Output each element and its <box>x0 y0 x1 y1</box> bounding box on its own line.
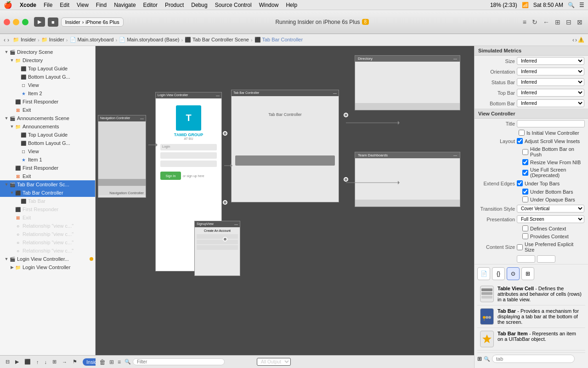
toggle-assistant-button[interactable]: ⊟ <box>564 17 573 28</box>
is-initial-checkbox[interactable] <box>519 130 525 136</box>
menu-product[interactable]: Product <box>165 2 184 8</box>
tree-item-top-layout[interactable]: ⬛ Top Layout Guide <box>0 64 95 73</box>
transition-style-select[interactable]: Cover Vertical <box>517 205 584 213</box>
canvas-area[interactable]: Directory — Navigation Controller — Navi… <box>96 46 474 368</box>
toggle-layout-button[interactable]: ⊞ <box>553 17 562 28</box>
menu-navigate[interactable]: Navigate <box>114 2 136 8</box>
bt-flag-button[interactable]: ⚑ <box>71 358 79 366</box>
resize-nib-checkbox[interactable] <box>522 159 528 165</box>
menu-editor[interactable]: Editor <box>143 2 158 8</box>
tree-item-view[interactable]: □ View <box>0 81 95 89</box>
list-icon[interactable]: ☰ <box>579 2 584 8</box>
stop-button[interactable]: ■ <box>48 17 58 27</box>
width-input[interactable]: 600 <box>517 255 535 263</box>
tree-item-top-layout2[interactable]: ⬛ Top Layout Guide <box>0 131 95 139</box>
menu-source-control[interactable]: Source Control <box>215 2 252 8</box>
orientation-select[interactable]: Inferred <box>517 68 584 75</box>
bt-layout-button[interactable]: ⊞ <box>51 358 58 366</box>
height-input[interactable]: 600 <box>537 255 555 263</box>
status-bar-select[interactable]: Inferred <box>517 78 584 86</box>
refresh-button[interactable]: ↻ <box>530 17 539 28</box>
defines-context-checkbox[interactable] <box>522 225 528 231</box>
tree-item-rel4[interactable]: ○ Relationship "view c..." <box>0 247 95 255</box>
tree-item-announcements[interactable]: ▼ 📁 Announcements <box>0 122 95 131</box>
file-icon-button[interactable]: 📄 <box>477 267 490 280</box>
under-top-bars-checkbox[interactable] <box>517 180 523 186</box>
tree-item-view2[interactable]: □ View <box>0 147 95 155</box>
tree-item-exit[interactable]: ⊠ Exit <box>0 106 95 114</box>
object-icon-button[interactable]: ⊙ <box>507 267 520 280</box>
menu-debug[interactable]: Debug <box>191 2 207 8</box>
output-selector[interactable]: All Output <box>257 358 291 366</box>
menu-help[interactable]: Help <box>286 2 297 8</box>
bt-toggle-button[interactable]: ⊟ <box>4 358 11 366</box>
nav-forward-button[interactable]: › <box>7 37 9 43</box>
maximize-window-button[interactable] <box>22 19 28 25</box>
list-view-button[interactable]: ≡ <box>118 359 121 365</box>
object-search-input[interactable] <box>492 355 575 363</box>
run-button[interactable]: ▶ <box>34 17 45 27</box>
provides-context-checkbox[interactable] <box>522 233 528 239</box>
bt-step2-button[interactable]: ↑ <box>34 358 41 366</box>
tree-item-item1[interactable]: ★ Item 1 <box>0 155 95 164</box>
grid-view-button[interactable]: ⊞ <box>109 359 114 365</box>
search-icon[interactable]: 🔍 <box>568 2 575 8</box>
bc-tabbar-scene[interactable]: ⬛ Tab Bar Controller Scene <box>185 37 249 43</box>
menu-view[interactable]: View <box>77 2 89 8</box>
use-preferred-checkbox[interactable] <box>517 244 523 250</box>
toggle-navigator-button[interactable]: ≡ <box>521 17 528 28</box>
code-icon-button[interactable]: {} <box>492 267 505 280</box>
menu-find[interactable]: Find <box>96 2 107 8</box>
presentation-select[interactable]: Full Screen <box>517 215 584 223</box>
top-bar-select[interactable]: Inferred <box>517 89 584 97</box>
tree-item-first-responder[interactable]: ⬛ First Responder <box>0 98 95 106</box>
toggle-inspector-button[interactable]: ⊠ <box>575 17 584 28</box>
trash-button[interactable]: 🗑 <box>99 358 106 366</box>
menu-file[interactable]: File <box>44 2 52 8</box>
menu-window[interactable]: Window <box>259 2 279 8</box>
under-bottom-bars-checkbox[interactable] <box>522 189 528 195</box>
tree-item-rel1[interactable]: ○ Relationship "view c..." <box>0 222 95 230</box>
tree-item-responder3[interactable]: ⬛ First Responder <box>0 205 95 213</box>
bc-next-button[interactable]: › <box>575 37 577 43</box>
bt-run-button[interactable]: ▶ <box>13 358 21 366</box>
tree-item-directory-scene[interactable]: ▼ 🎬 Directory Scene <box>0 48 95 56</box>
bc-prev-button[interactable]: ‹ <box>572 37 574 43</box>
scheme-selector[interactable]: Insider › iPhone 6s Plus <box>61 17 124 27</box>
under-opaque-checkbox[interactable] <box>522 196 528 202</box>
bc-tabbar-controller[interactable]: ⬛ Tab Bar Controller <box>254 37 303 43</box>
menu-xcode[interactable]: Xcode <box>20 2 36 8</box>
tree-item-item2[interactable]: ★ Item 2 <box>0 89 95 98</box>
bc-insider[interactable]: 📁 Insider <box>13 37 36 43</box>
tree-item-responder2[interactable]: ⬛ First Responder <box>0 164 95 172</box>
tree-item-exit2[interactable]: ⊠ Exit <box>0 172 95 180</box>
bt-step3-button[interactable]: ↓ <box>43 358 49 366</box>
title-input[interactable] <box>517 120 585 127</box>
hide-bottom-checkbox[interactable] <box>522 149 528 155</box>
tree-item-login-controller[interactable]: ▶ 📁 Login View Controller <box>0 263 95 271</box>
adjust-scroll-checkbox[interactable] <box>517 138 523 144</box>
size-select[interactable]: Inferred <box>517 57 584 65</box>
tree-item-directory[interactable]: ▼ 📁 Directory <box>0 56 95 64</box>
media-icon-button[interactable]: ⊞ <box>521 267 534 280</box>
bc-mainstoryboard-base[interactable]: 📄 Main.storyboard (Base) <box>119 37 179 43</box>
apple-menu[interactable]: 🍎 <box>4 1 12 9</box>
warning-badge[interactable]: 8 <box>362 19 369 25</box>
bottom-bar-select[interactable]: Inferred <box>517 99 584 107</box>
tree-item-login-scene[interactable]: ▼ 🎬 Login View Controller... <box>0 255 95 263</box>
back-button[interactable]: ← <box>541 17 551 28</box>
menu-edit[interactable]: Edit <box>60 2 69 8</box>
bc-insider2[interactable]: 📁 Insider <box>41 37 64 43</box>
full-screen-checkbox[interactable] <box>522 170 528 176</box>
tree-item-tabbar-controller[interactable]: ▼ ⬛ Tab Bar Controller <box>0 189 95 197</box>
tree-item-announcements-scene[interactable]: ▼ 🎬 Announcements Scene <box>0 114 95 122</box>
tree-item-rel2[interactable]: ○ Relationship "view c..." <box>0 230 95 238</box>
bt-send-button[interactable]: → <box>60 358 69 366</box>
bt-step-button[interactable]: ⬛ <box>23 358 33 366</box>
tree-item-bottom-layout[interactable]: ⬛ Bottom Layout G... <box>0 73 95 81</box>
tree-item-bottom-layout2[interactable]: ⬛ Bottom Layout G... <box>0 139 95 147</box>
bottom-filter-input[interactable] <box>133 358 225 365</box>
bc-mainstoryboard[interactable]: 📄 Main.storyboard <box>70 37 114 43</box>
tree-item-tabbar-scene[interactable]: ▼ 🎬 Tab Bar Controller Sc... <box>0 180 95 189</box>
tree-item-tabbar[interactable]: ⬛ Tab Bar <box>0 197 95 205</box>
